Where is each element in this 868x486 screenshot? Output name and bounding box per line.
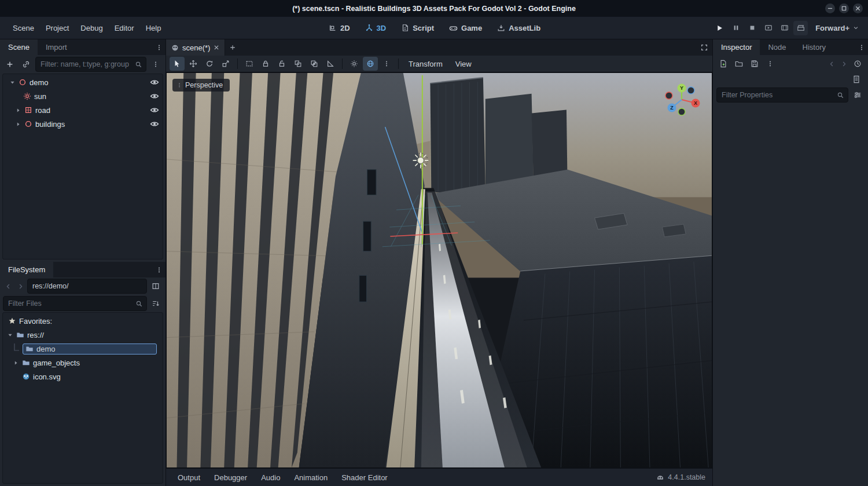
tab-node[interactable]: Node <box>760 39 794 55</box>
viewport-3d[interactable]: Perspective Y X Z <box>166 72 712 468</box>
tree-row-buildings[interactable]: buildings <box>3 117 163 131</box>
play-scene-button[interactable] <box>761 21 775 35</box>
box-select-tool-button[interactable] <box>242 57 257 71</box>
mesh-instance-icon <box>24 106 32 114</box>
open-documentation-button[interactable] <box>849 72 863 86</box>
expander-down-icon[interactable] <box>9 79 16 86</box>
scene-dock-menu-button[interactable] <box>153 39 165 55</box>
workspace-script[interactable]: Script <box>395 21 440 35</box>
menu-debug[interactable]: Debug <box>75 21 108 35</box>
scene-extra-options-button[interactable] <box>149 57 163 71</box>
movie-mode-button[interactable] <box>793 21 808 35</box>
camera-options-button[interactable] <box>379 57 394 71</box>
resource-extra-options-button[interactable] <box>763 57 777 71</box>
tree-row-demo[interactable]: demo <box>3 75 163 89</box>
perspective-menu-button[interactable]: Perspective <box>172 79 230 92</box>
lock-selected-button[interactable] <box>258 57 273 71</box>
fs-row-favorites[interactable]: Favorites: <box>3 314 163 328</box>
visibility-eye-icon[interactable] <box>150 78 159 87</box>
transform-menu[interactable]: Transform <box>403 58 448 70</box>
distraction-free-button[interactable] <box>696 39 712 56</box>
bottom-tab-shader-editor[interactable]: Shader Editor <box>334 470 395 485</box>
split-view-button[interactable] <box>149 279 163 293</box>
expander-right-icon[interactable] <box>15 121 21 127</box>
expander-down-icon[interactable] <box>7 332 13 338</box>
fs-row-demo[interactable]: demo <box>3 342 163 356</box>
filesystem-menu-button[interactable] <box>153 262 165 277</box>
inspector-dock-menu-button[interactable] <box>855 39 868 55</box>
instance-scene-button[interactable] <box>19 57 33 71</box>
tab-scene[interactable]: Scene <box>0 39 38 55</box>
tab-close-icon[interactable] <box>214 45 219 50</box>
workspace-game[interactable]: Game <box>443 21 488 35</box>
filter-properties-input[interactable] <box>720 90 837 100</box>
tree-row-sun[interactable]: sun <box>3 89 163 103</box>
bottom-tab-output[interactable]: Output <box>171 470 207 485</box>
renderer-select[interactable]: Forward+ <box>810 21 862 35</box>
fs-row-icon-svg[interactable]: icon.svg <box>3 370 163 383</box>
add-node-button[interactable] <box>3 57 17 71</box>
play-custom-scene-button[interactable] <box>777 21 792 35</box>
visibility-eye-icon[interactable] <box>150 119 159 129</box>
history-back-button[interactable] <box>3 280 13 293</box>
history-forward-button[interactable] <box>15 280 25 293</box>
current-path-field[interactable] <box>31 282 143 291</box>
rotate-tool-button[interactable] <box>202 57 217 71</box>
maximize-button[interactable] <box>839 3 849 13</box>
minimize-button[interactable] <box>825 3 835 13</box>
edit-back-button[interactable] <box>826 57 837 70</box>
bottom-tab-audio[interactable]: Audio <box>254 470 287 485</box>
sun-gizmo[interactable] <box>413 153 428 168</box>
pause-button[interactable] <box>729 21 743 35</box>
toggle-environment-button[interactable] <box>363 57 378 71</box>
tree-row-road[interactable]: road <box>3 103 163 117</box>
inspector-tabs-spacer <box>834 39 855 55</box>
tab-history[interactable]: History <box>795 39 834 55</box>
stop-button[interactable] <box>745 21 759 35</box>
expander-right-icon[interactable] <box>13 360 19 366</box>
workspace-2d[interactable]: 2D <box>322 21 356 35</box>
group-selected-button[interactable] <box>290 57 306 71</box>
toggle-sunlight-button[interactable] <box>347 57 362 71</box>
load-resource-button[interactable] <box>732 57 746 71</box>
menu-project[interactable]: Project <box>40 21 75 35</box>
edit-forward-button[interactable] <box>838 57 849 70</box>
node-label: buildings <box>35 120 65 129</box>
fs-label: icon.svg <box>33 372 61 381</box>
orientation-gizmo[interactable]: Y X Z <box>662 80 706 118</box>
menu-help[interactable]: Help <box>140 21 167 35</box>
sort-files-button[interactable] <box>149 297 163 310</box>
play-button[interactable] <box>712 21 727 35</box>
property-filter-options-button[interactable] <box>851 88 865 102</box>
view-menu[interactable]: View <box>450 58 477 70</box>
unlock-selected-button[interactable] <box>274 57 289 71</box>
workspace-3d[interactable]: 3D <box>359 21 393 35</box>
menu-scene[interactable]: Scene <box>7 21 40 35</box>
new-resource-button[interactable] <box>716 57 730 71</box>
bottom-tab-debugger[interactable]: Debugger <box>207 470 254 485</box>
fs-row-res[interactable]: res:// <box>3 328 163 342</box>
move-tool-button[interactable] <box>186 57 201 71</box>
tab-filesystem[interactable]: FileSystem <box>0 262 53 277</box>
scene-filter-input[interactable] <box>39 60 135 69</box>
tab-inspector[interactable]: Inspector <box>713 39 760 55</box>
filter-files-input[interactable] <box>7 299 135 308</box>
tab-import[interactable]: Import <box>38 39 75 55</box>
version-info[interactable]: 4.4.1.stable <box>656 473 708 481</box>
expander-right-icon[interactable] <box>15 107 21 114</box>
ungroup-selected-button[interactable] <box>307 57 322 71</box>
menu-editor[interactable]: Editor <box>109 21 140 35</box>
fs-row-game-objects[interactable]: game_objects <box>3 356 163 370</box>
new-scene-tab-button[interactable] <box>225 39 240 56</box>
close-button[interactable] <box>853 3 863 13</box>
scale-tool-button[interactable] <box>218 57 233 71</box>
save-resource-button[interactable] <box>748 57 762 71</box>
select-tool-button[interactable] <box>170 57 185 71</box>
visibility-eye-icon[interactable] <box>150 92 159 101</box>
visibility-eye-icon[interactable] <box>150 105 159 115</box>
ruler-tool-button[interactable] <box>323 57 338 71</box>
scene-tab[interactable]: scene(*) <box>166 39 225 56</box>
bottom-tab-animation[interactable]: Animation <box>287 470 334 485</box>
workspace-assetlib[interactable]: AssetLib <box>491 21 547 35</box>
object-history-button[interactable] <box>851 57 865 71</box>
